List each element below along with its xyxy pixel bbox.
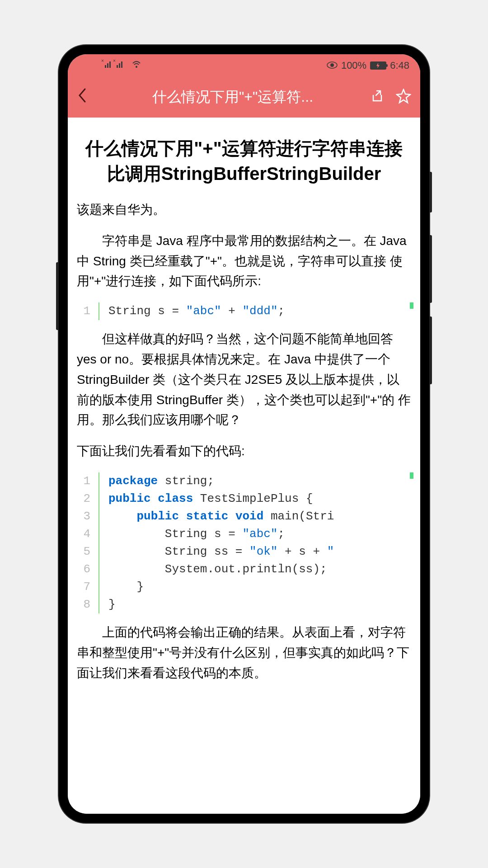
header-title: 什么情况下用"+"运算符... bbox=[95, 87, 371, 107]
status-left: × × bbox=[101, 59, 142, 72]
svg-point-10 bbox=[330, 63, 334, 67]
phone-side-button bbox=[429, 316, 432, 384]
status-bar: × × bbox=[68, 54, 420, 77]
article-title: 什么情况下用"+"运算符进行字符串连接比调用StringBufferString… bbox=[77, 136, 411, 186]
battery-icon bbox=[370, 61, 386, 70]
svg-rect-6 bbox=[119, 63, 120, 68]
svg-text:×: × bbox=[113, 59, 116, 63]
share-icon[interactable] bbox=[371, 89, 385, 105]
phone-side-button bbox=[56, 262, 59, 330]
line-numbers: 1 bbox=[77, 302, 99, 320]
article-paragraph: 上面的代码将会输出正确的结果。从表面上看，对字符串和整型使用"+"号并没有什么区… bbox=[77, 623, 411, 683]
article-paragraph: 但这样做真的好吗？当然，这个问题不能简单地回答 yes or no。要根据具体情… bbox=[77, 329, 411, 430]
article-source: 该题来自华为。 bbox=[77, 200, 411, 220]
svg-rect-3 bbox=[109, 61, 111, 68]
signal-icon: × × bbox=[101, 59, 128, 72]
app-header: 什么情况下用"+"运算符... bbox=[68, 77, 420, 118]
header-actions bbox=[371, 89, 411, 106]
code-marker-icon bbox=[410, 302, 413, 309]
code-content: String s = "abc" + "ddd"; bbox=[99, 302, 285, 320]
code-content: package string; public class TestSimpleP… bbox=[99, 472, 334, 613]
svg-rect-1 bbox=[105, 65, 106, 68]
line-numbers: 1 2 3 4 5 6 7 8 bbox=[77, 472, 99, 613]
battery-percent: 100% bbox=[341, 60, 366, 71]
phone-side-button bbox=[429, 172, 432, 212]
wifi-icon bbox=[131, 60, 142, 71]
svg-rect-2 bbox=[107, 63, 108, 68]
star-icon[interactable] bbox=[396, 89, 411, 106]
code-block-1: 1 String s = "abc" + "ddd"; bbox=[77, 302, 411, 320]
time-text: 6:48 bbox=[390, 60, 409, 71]
status-right: 100% 6:48 bbox=[327, 60, 409, 71]
code-marker-icon bbox=[410, 472, 413, 479]
svg-point-8 bbox=[136, 66, 137, 68]
content-area[interactable]: 什么情况下用"+"运算符进行字符串连接比调用StringBufferString… bbox=[68, 118, 420, 814]
svg-rect-5 bbox=[117, 65, 118, 68]
back-button[interactable] bbox=[77, 87, 95, 108]
svg-text:×: × bbox=[101, 59, 104, 63]
phone-side-button bbox=[429, 235, 432, 303]
svg-rect-7 bbox=[121, 61, 122, 68]
phone-frame: × × bbox=[59, 45, 429, 823]
phone-screen: × × bbox=[68, 54, 420, 814]
article-paragraph: 下面让我们先看看如下的代码: bbox=[77, 441, 411, 462]
code-block-2: 1 2 3 4 5 6 7 8 package string; public c… bbox=[77, 472, 411, 613]
article-paragraph: 字符串是 Java 程序中最常用的数据结构之一。在 Java 中 String … bbox=[77, 231, 411, 292]
eye-icon bbox=[327, 60, 338, 71]
